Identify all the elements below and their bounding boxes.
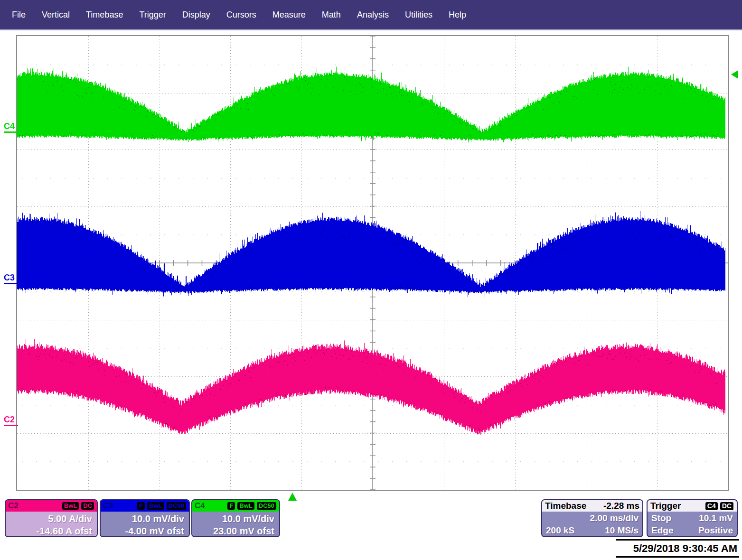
timestamp-block: 5/29/2018 9:30:45 AM [616, 539, 739, 558]
channel-position-label-c3[interactable]: C3 [4, 273, 18, 284]
menu-item-measure[interactable]: Measure [264, 10, 314, 20]
trigger-time-marker-icon[interactable] [288, 493, 297, 501]
timebase-title: Timebase [545, 501, 586, 511]
menu-item-vertical[interactable]: Vertical [34, 10, 78, 20]
timebase-body: 2.00 ms/div 200 kS 10 MS/s [542, 512, 642, 537]
channel-position-label-text: C3 [4, 273, 15, 282]
menu-item-utilities[interactable]: Utilities [397, 10, 441, 20]
channel-descriptor-c4[interactable]: C4 F BwL DC50 10.0 mV/div 23.00 mV ofst [191, 499, 280, 537]
channel-id-label: C4 [195, 501, 205, 511]
channel-position-label-text: C4 [4, 121, 15, 131]
menu-item-analysis[interactable]: Analysis [349, 10, 397, 20]
trigger-header: Trigger C4 DC [648, 500, 737, 512]
channel-badges: F BwL DC50 [227, 502, 277, 510]
oscilloscope-screen: File Vertical Timebase Trigger Display C… [0, 0, 742, 560]
timebase-samples-value: 200 kS [546, 524, 574, 537]
channel-offset-value: -14.60 A ofst [8, 525, 92, 537]
trigger-coupling-badge: DC [720, 502, 734, 511]
channel-offset-value: 23.00 mV ofst [194, 525, 274, 537]
trigger-badges: C4 DC [705, 502, 734, 511]
waveform-graticule [16, 35, 729, 491]
bandwidth-limit-badge: BwL [147, 502, 164, 510]
timebase-header: Timebase -2.28 ms [542, 500, 642, 512]
trigger-title: Trigger [650, 501, 681, 511]
trigger-mode-label: Stop [651, 512, 671, 524]
channel-descriptor-header: C4 F BwL DC50 [192, 500, 279, 512]
channel-offset-value: -4.00 mV ofst [103, 525, 184, 537]
channel-offset-dash-icon [4, 131, 18, 133]
channel-descriptor-c3[interactable]: C3 F BwL DC50 10.0 mV/div -4.00 mV ofst [100, 499, 190, 537]
channel-descriptor-body: 10.0 mV/div 23.00 mV ofst [192, 512, 279, 537]
waveform-traces-canvas [17, 36, 728, 490]
bandwidth-limit-badge: BwL [237, 502, 254, 510]
timebase-scale-value: 2.00 ms/div [546, 512, 639, 524]
channel-descriptor-c2[interactable]: C2 BwL DC 5.00 A/div -14.60 A ofst [5, 499, 98, 537]
menu-item-math[interactable]: Math [314, 10, 349, 20]
channel-scale-value: 10.0 mV/div [194, 513, 274, 525]
bandwidth-limit-badge: BwL [62, 502, 79, 510]
menu-item-trigger[interactable]: Trigger [131, 10, 174, 20]
trigger-slope-value: Positive [698, 524, 733, 537]
menu-bar: File Vertical Timebase Trigger Display C… [0, 0, 742, 30]
channel-position-label-c4[interactable]: C4 [4, 122, 18, 133]
menu-item-file[interactable]: File [4, 10, 34, 20]
channel-descriptor-header: C3 F BwL DC50 [101, 500, 189, 512]
channel-badges: BwL DC [62, 502, 94, 510]
coupling-badge: DC50 [256, 502, 277, 510]
channel-scale-value: 10.0 mV/div [103, 513, 184, 525]
trigger-level-value: 10.1 mV [699, 512, 733, 524]
channel-offset-dash-icon [4, 283, 18, 284]
channel-position-label-c2[interactable]: C2 [4, 415, 18, 426]
trigger-body: Stop 10.1 mV Edge Positive [648, 512, 737, 537]
trigger-type-label: Edge [651, 524, 673, 537]
channel-descriptor-header: C2 BwL DC [6, 500, 97, 512]
channel-badges: F BwL DC50 [137, 502, 187, 510]
channel-descriptor-body: 10.0 mV/div -4.00 mV ofst [101, 512, 189, 537]
timebase-descriptor[interactable]: Timebase -2.28 ms 2.00 ms/div 200 kS 10 … [541, 499, 643, 537]
channel-id-label: C3 [103, 501, 113, 511]
channel-offset-dash-icon [4, 425, 18, 426]
trigger-level-marker-icon[interactable] [731, 70, 738, 79]
timestamp-text: 5/29/2018 9:30:45 AM [616, 541, 739, 556]
trigger-source-badge: C4 [705, 502, 718, 511]
coupling-badge: DC [81, 502, 94, 510]
menu-item-display[interactable]: Display [174, 10, 218, 20]
filter-badge: F [227, 502, 235, 510]
channel-scale-value: 5.00 A/div [8, 513, 92, 525]
filter-badge: F [137, 502, 145, 510]
menu-item-timebase[interactable]: Timebase [78, 10, 131, 20]
timebase-rate-value: 10 MS/s [605, 524, 639, 537]
trigger-descriptor[interactable]: Trigger C4 DC Stop 10.1 mV Edge Positive [647, 499, 738, 537]
channel-descriptor-body: 5.00 A/div -14.60 A ofst [6, 512, 97, 537]
menu-item-cursors[interactable]: Cursors [218, 10, 264, 20]
channel-position-label-text: C2 [4, 415, 15, 424]
timebase-delay-value: -2.28 ms [603, 501, 639, 511]
coupling-badge: DC50 [166, 502, 187, 510]
channel-id-label: C2 [8, 501, 19, 511]
menu-item-help[interactable]: Help [441, 10, 474, 20]
